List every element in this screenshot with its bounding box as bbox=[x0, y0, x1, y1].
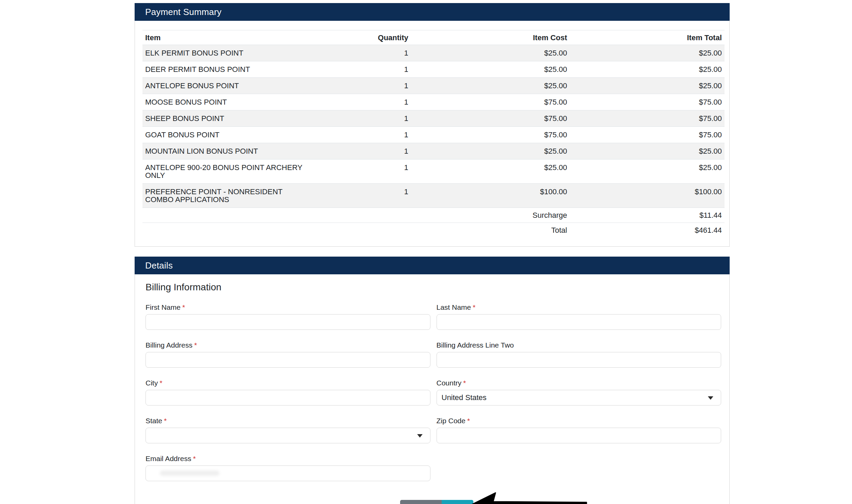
last-name-label: Last Name* bbox=[437, 303, 721, 311]
quantity-cell: 1 bbox=[313, 184, 411, 208]
required-marker: * bbox=[473, 303, 475, 311]
item-cell: DEER PERMIT BONUS POINT bbox=[142, 61, 313, 78]
details-panel: Details Billing Information First Name* … bbox=[135, 257, 730, 504]
item-total-cell: $100.00 bbox=[570, 184, 725, 208]
item-cell: SHEEP BONUS POINT bbox=[142, 110, 313, 127]
surcharge-row: Surcharge $11.44 bbox=[142, 208, 725, 223]
country-select[interactable]: United States bbox=[437, 390, 721, 406]
item-total-cell: $25.00 bbox=[570, 78, 725, 94]
payment-summary-title: Payment Summary bbox=[145, 7, 222, 17]
required-marker: * bbox=[193, 455, 196, 462]
required-marker: * bbox=[164, 417, 167, 425]
last-name-input[interactable] bbox=[437, 314, 721, 330]
table-row: PREFERENCE POINT - NONRESIDENT COMBO APP… bbox=[142, 184, 725, 208]
last-name-field-group: Last Name* bbox=[437, 303, 721, 330]
payment-summary-header: Payment Summary bbox=[135, 3, 730, 21]
item-cell: MOOSE BONUS POINT bbox=[142, 94, 313, 110]
city-input[interactable] bbox=[146, 390, 430, 406]
required-marker: * bbox=[467, 417, 470, 425]
billing-address-line-two-input[interactable] bbox=[437, 352, 721, 368]
chevron-down-icon bbox=[708, 396, 713, 400]
table-row: DEER PERMIT BONUS POINT 1 $25.00 $25.00 bbox=[142, 61, 725, 78]
email-address-label: Email Address* bbox=[146, 454, 430, 463]
country-field-group: Country* United States bbox=[437, 379, 721, 406]
billing-address-line-two-label: Billing Address Line Two bbox=[437, 341, 721, 349]
quantity-cell: 1 bbox=[313, 45, 411, 61]
quantity-cell: 1 bbox=[313, 127, 411, 143]
first-name-label: First Name* bbox=[146, 303, 430, 311]
annotation-arrow bbox=[463, 490, 593, 504]
quantity-cell: 1 bbox=[313, 110, 411, 127]
total-value: $461.44 bbox=[570, 223, 725, 238]
quantity-cell: 1 bbox=[313, 78, 411, 94]
item-cell: PREFERENCE POINT - NONRESIDENT COMBO APP… bbox=[142, 184, 313, 208]
first-name-field-group: First Name* bbox=[146, 303, 430, 330]
item-cost-cell: $75.00 bbox=[411, 127, 570, 143]
item-cell: GOAT BONUS POINT bbox=[142, 127, 313, 143]
required-marker: * bbox=[159, 379, 162, 387]
page: { "colors": { "header_navy": "#0d2d55", … bbox=[0, 0, 852, 504]
item-cell: MOUNTAIN LION BONUS POINT bbox=[142, 143, 313, 159]
first-name-input[interactable] bbox=[146, 314, 430, 330]
state-select[interactable] bbox=[146, 428, 430, 443]
surcharge-label: Surcharge bbox=[411, 208, 570, 223]
table-row: ANTELOPE 900-20 BONUS POINT ARCHERY ONLY… bbox=[142, 159, 725, 184]
table-row: SHEEP BONUS POINT 1 $75.00 $75.00 bbox=[142, 110, 725, 127]
next-button[interactable]: NEXT bbox=[442, 500, 473, 504]
required-marker: * bbox=[182, 303, 185, 311]
table-row: GOAT BONUS POINT 1 $75.00 $75.00 bbox=[142, 127, 725, 143]
column-header-item: Item bbox=[142, 30, 313, 45]
billing-address-input[interactable] bbox=[146, 352, 430, 368]
details-title: Details bbox=[145, 260, 173, 271]
total-label: Total bbox=[411, 223, 570, 238]
payment-summary-panel: Payment Summary Item Quantity Item Cost … bbox=[135, 3, 730, 247]
payment-summary-table: Item Quantity Item Cost Item Total ELK P… bbox=[142, 30, 725, 238]
item-cost-cell: $25.00 bbox=[411, 45, 570, 61]
country-selected-value: United States bbox=[442, 393, 487, 402]
zip-code-field-group: Zip Code* bbox=[437, 416, 721, 443]
billing-information-heading: Billing Information bbox=[146, 282, 721, 293]
email-address-field-group: Email Address* bbox=[146, 454, 430, 481]
item-cost-cell: $75.00 bbox=[411, 110, 570, 127]
zip-code-input[interactable] bbox=[437, 428, 721, 443]
item-cost-cell: $25.00 bbox=[411, 143, 570, 159]
billing-address-label: Billing Address* bbox=[146, 341, 430, 349]
table-header-row: Item Quantity Item Cost Item Total bbox=[142, 30, 725, 45]
billing-form: Billing Information First Name* Last Nam… bbox=[135, 274, 729, 503]
quantity-cell: 1 bbox=[313, 94, 411, 110]
item-cell: ANTELOPE BONUS POINT bbox=[142, 78, 313, 94]
table-row: MOOSE BONUS POINT 1 $75.00 $75.00 bbox=[142, 94, 725, 110]
item-total-cell: $75.00 bbox=[570, 110, 725, 127]
empty-cell bbox=[142, 208, 411, 223]
item-total-cell: $25.00 bbox=[570, 61, 725, 78]
column-header-quantity: Quantity bbox=[313, 30, 411, 45]
required-marker: * bbox=[463, 379, 466, 387]
item-cost-cell: $25.00 bbox=[411, 78, 570, 94]
city-field-group: City* bbox=[146, 379, 430, 406]
item-total-cell: $25.00 bbox=[570, 45, 725, 61]
state-label: State* bbox=[146, 416, 430, 425]
country-label: Country* bbox=[437, 379, 721, 387]
email-address-input[interactable] bbox=[146, 465, 430, 481]
billing-address-line-two-field-group: Billing Address Line Two bbox=[437, 341, 721, 368]
quantity-cell: 1 bbox=[313, 159, 411, 184]
item-cost-cell: $75.00 bbox=[411, 94, 570, 110]
quantity-cell: 1 bbox=[313, 61, 411, 78]
table-row: ANTELOPE BONUS POINT 1 $25.00 $25.00 bbox=[142, 78, 725, 94]
item-total-cell: $75.00 bbox=[570, 94, 725, 110]
billing-address-field-group: Billing Address* bbox=[146, 341, 430, 368]
state-field-group: State* bbox=[146, 416, 430, 443]
cancel-button[interactable]: CANCEL bbox=[400, 500, 442, 504]
item-cell: ELK PERMIT BONUS POINT bbox=[142, 45, 313, 61]
required-marker: * bbox=[194, 341, 197, 349]
item-cost-cell: $100.00 bbox=[411, 184, 570, 208]
column-header-item-total: Item Total bbox=[570, 30, 725, 45]
table-row: ELK PERMIT BONUS POINT 1 $25.00 $25.00 bbox=[142, 45, 725, 61]
item-cost-cell: $25.00 bbox=[411, 61, 570, 78]
zip-code-label: Zip Code* bbox=[437, 416, 721, 425]
total-row: Total $461.44 bbox=[142, 223, 725, 238]
item-total-cell: $25.00 bbox=[570, 143, 725, 159]
form-actions: CANCEL NEXT bbox=[400, 500, 473, 504]
item-cell: ANTELOPE 900-20 BONUS POINT ARCHERY ONLY bbox=[142, 159, 313, 184]
table-row: MOUNTAIN LION BONUS POINT 1 $25.00 $25.0… bbox=[142, 143, 725, 159]
